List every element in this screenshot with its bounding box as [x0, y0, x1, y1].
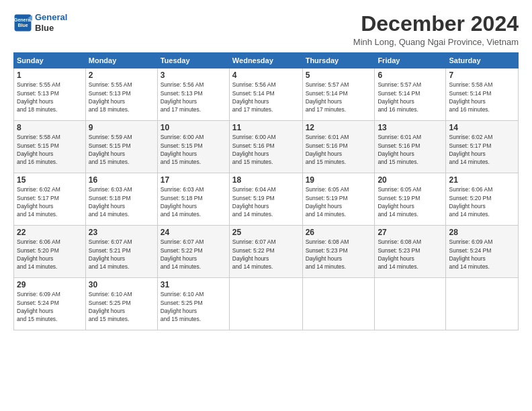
day-number: 9	[89, 123, 154, 132]
table-row	[446, 278, 519, 330]
table-row: 7 Sunrise: 5:58 AM Sunset: 5:14 PM Dayli…	[446, 68, 519, 121]
table-row: 17 Sunrise: 6:03 AM Sunset: 5:18 PM Dayl…	[157, 173, 229, 226]
day-info: Sunrise: 6:09 AM Sunset: 5:24 PM Dayligh…	[449, 238, 515, 271]
day-number: 21	[449, 175, 515, 185]
day-info: Sunrise: 6:04 AM Sunset: 5:19 PM Dayligh…	[232, 185, 300, 218]
calendar-week-row: 29 Sunrise: 6:09 AM Sunset: 5:24 PM Dayl…	[14, 278, 519, 330]
day-number: 27	[378, 228, 443, 237]
col-wednesday: Wednesday	[229, 53, 302, 68]
month-title: December 2024	[353, 12, 519, 36]
day-info: Sunrise: 6:08 AM Sunset: 5:23 PM Dayligh…	[378, 238, 443, 271]
table-row: 25 Sunrise: 6:07 AM Sunset: 5:22 PM Dayl…	[229, 226, 302, 278]
table-row: 13 Sunrise: 6:01 AM Sunset: 5:16 PM Dayl…	[375, 121, 446, 173]
table-row: 31 Sunrise: 6:10 AM Sunset: 5:25 PM Dayl…	[157, 278, 229, 330]
calendar-page: General Blue General Blue December 2024 …	[0, 0, 532, 337]
table-row: 8 Sunrise: 5:58 AM Sunset: 5:15 PM Dayli…	[14, 121, 86, 173]
col-sunday: Sunday	[14, 53, 86, 68]
day-info: Sunrise: 6:01 AM Sunset: 5:16 PM Dayligh…	[378, 133, 443, 166]
calendar-week-row: 22 Sunrise: 6:06 AM Sunset: 5:20 PM Dayl…	[14, 226, 519, 278]
day-info: Sunrise: 6:02 AM Sunset: 5:17 PM Dayligh…	[449, 133, 515, 166]
table-row: 19 Sunrise: 6:05 AM Sunset: 5:19 PM Dayl…	[302, 173, 375, 226]
calendar-week-row: 8 Sunrise: 5:58 AM Sunset: 5:15 PM Dayli…	[14, 121, 519, 173]
svg-text:Blue: Blue	[17, 23, 28, 28]
day-info: Sunrise: 5:57 AM Sunset: 5:14 PM Dayligh…	[378, 81, 443, 113]
header: General Blue General Blue December 2024 …	[13, 12, 519, 47]
day-number: 11	[232, 123, 300, 132]
calendar-week-row: 1 Sunrise: 5:55 AM Sunset: 5:13 PM Dayli…	[14, 68, 519, 121]
col-thursday: Thursday	[302, 53, 375, 68]
day-number: 4	[232, 71, 300, 80]
day-info: Sunrise: 5:58 AM Sunset: 5:14 PM Dayligh…	[449, 81, 515, 113]
table-row: 30 Sunrise: 6:10 AM Sunset: 5:25 PM Dayl…	[85, 278, 157, 330]
table-row: 1 Sunrise: 5:55 AM Sunset: 5:13 PM Dayli…	[14, 68, 86, 121]
day-info: Sunrise: 6:07 AM Sunset: 5:21 PM Dayligh…	[89, 238, 154, 271]
table-row	[375, 278, 446, 330]
table-row: 16 Sunrise: 6:03 AM Sunset: 5:18 PM Dayl…	[85, 173, 157, 226]
day-number: 8	[17, 123, 83, 132]
table-row: 20 Sunrise: 6:05 AM Sunset: 5:19 PM Dayl…	[375, 173, 446, 226]
day-number: 30	[89, 280, 154, 289]
day-number: 12	[306, 123, 372, 132]
col-friday: Friday	[375, 53, 446, 68]
table-row	[302, 278, 375, 330]
table-row: 21 Sunrise: 6:06 AM Sunset: 5:20 PM Dayl…	[446, 173, 519, 226]
day-info: Sunrise: 6:10 AM Sunset: 5:25 PM Dayligh…	[161, 290, 226, 323]
day-info: Sunrise: 6:00 AM Sunset: 5:16 PM Dayligh…	[232, 133, 300, 166]
title-block: December 2024 Minh Long, Quang Ngai Prov…	[353, 12, 519, 47]
day-number: 31	[161, 280, 226, 289]
day-number: 5	[306, 71, 372, 80]
table-row: 12 Sunrise: 6:01 AM Sunset: 5:16 PM Dayl…	[302, 121, 375, 173]
table-row: 23 Sunrise: 6:07 AM Sunset: 5:21 PM Dayl…	[85, 226, 157, 278]
day-info: Sunrise: 6:02 AM Sunset: 5:17 PM Dayligh…	[17, 185, 83, 218]
table-row: 11 Sunrise: 6:00 AM Sunset: 5:16 PM Dayl…	[229, 121, 302, 173]
day-number: 1	[17, 71, 83, 80]
table-row: 5 Sunrise: 5:57 AM Sunset: 5:14 PM Dayli…	[302, 68, 375, 121]
day-number: 28	[449, 228, 515, 237]
day-number: 10	[161, 123, 226, 132]
day-info: Sunrise: 6:06 AM Sunset: 5:20 PM Dayligh…	[17, 238, 83, 271]
table-row: 29 Sunrise: 6:09 AM Sunset: 5:24 PM Dayl…	[14, 278, 86, 330]
table-row: 24 Sunrise: 6:07 AM Sunset: 5:22 PM Dayl…	[157, 226, 229, 278]
calendar-table: Sunday Monday Tuesday Wednesday Thursday…	[13, 52, 519, 330]
col-saturday: Saturday	[446, 53, 519, 68]
day-info: Sunrise: 5:58 AM Sunset: 5:15 PM Dayligh…	[17, 133, 83, 166]
table-row: 6 Sunrise: 5:57 AM Sunset: 5:14 PM Dayli…	[375, 68, 446, 121]
table-row: 26 Sunrise: 6:08 AM Sunset: 5:23 PM Dayl…	[302, 226, 375, 278]
table-row	[229, 278, 302, 330]
day-number: 7	[449, 71, 515, 80]
calendar-week-row: 15 Sunrise: 6:02 AM Sunset: 5:17 PM Dayl…	[14, 173, 519, 226]
table-row: 14 Sunrise: 6:02 AM Sunset: 5:17 PM Dayl…	[446, 121, 519, 173]
table-row: 10 Sunrise: 6:00 AM Sunset: 5:15 PM Dayl…	[157, 121, 229, 173]
day-number: 15	[17, 175, 83, 185]
location: Minh Long, Quang Ngai Province, Vietnam	[353, 37, 519, 47]
day-info: Sunrise: 6:06 AM Sunset: 5:20 PM Dayligh…	[449, 185, 515, 218]
col-tuesday: Tuesday	[157, 53, 229, 68]
day-info: Sunrise: 6:05 AM Sunset: 5:19 PM Dayligh…	[306, 185, 372, 218]
day-number: 24	[161, 228, 226, 237]
day-number: 17	[161, 175, 226, 185]
day-info: Sunrise: 6:05 AM Sunset: 5:19 PM Dayligh…	[378, 185, 443, 218]
day-number: 25	[232, 228, 300, 237]
day-number: 22	[17, 228, 83, 237]
day-number: 16	[89, 175, 154, 185]
table-row: 9 Sunrise: 5:59 AM Sunset: 5:15 PM Dayli…	[85, 121, 157, 173]
day-number: 6	[378, 71, 443, 80]
day-info: Sunrise: 6:07 AM Sunset: 5:22 PM Dayligh…	[232, 238, 300, 271]
logo: General Blue General Blue	[13, 12, 67, 33]
logo-icon: General Blue	[13, 13, 32, 32]
col-monday: Monday	[85, 53, 157, 68]
day-number: 20	[378, 175, 443, 185]
day-info: Sunrise: 6:10 AM Sunset: 5:25 PM Dayligh…	[89, 290, 154, 323]
day-number: 18	[232, 175, 300, 185]
day-info: Sunrise: 6:07 AM Sunset: 5:22 PM Dayligh…	[161, 238, 226, 271]
table-row: 3 Sunrise: 5:56 AM Sunset: 5:13 PM Dayli…	[157, 68, 229, 121]
day-info: Sunrise: 5:57 AM Sunset: 5:14 PM Dayligh…	[306, 81, 372, 113]
day-number: 13	[378, 123, 443, 132]
day-number: 29	[17, 280, 83, 289]
calendar-header-row: Sunday Monday Tuesday Wednesday Thursday…	[14, 53, 519, 68]
logo-text: General Blue	[35, 12, 67, 33]
table-row: 18 Sunrise: 6:04 AM Sunset: 5:19 PM Dayl…	[229, 173, 302, 226]
day-number: 14	[449, 123, 515, 132]
day-info: Sunrise: 6:03 AM Sunset: 5:18 PM Dayligh…	[89, 185, 154, 218]
svg-text:General: General	[14, 17, 32, 22]
